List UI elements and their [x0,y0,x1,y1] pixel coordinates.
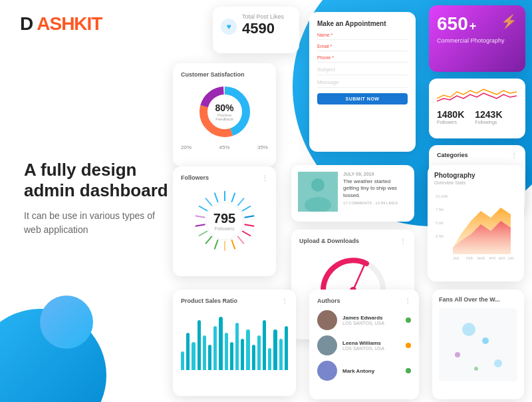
sales-title: Product Sales Ratio ⋮ [181,298,288,305]
author-info: Leena WilliamsLOS SANTOS, USA [342,340,384,351]
svg-line-11 [237,236,244,244]
svg-line-5 [231,193,235,202]
form-message: Message [317,79,408,88]
svg-point-43 [319,374,335,381]
bar-item [192,342,195,370]
donut-pct: 80% [209,102,239,113]
card-blog: JULY 09, 2019 The weather started gettin… [291,165,414,222]
svg-point-39 [319,323,335,330]
bar-item [219,317,222,370]
blog-meta: 17 COMMENTS · 13 84 LIKES [343,201,408,205]
speedometer [317,250,390,290]
bar-chart [181,310,288,370]
upload-title: Upload & Downloads ⋮ [299,238,406,245]
bar-item [203,335,206,370]
bar-item [263,320,266,370]
svg-line-9 [244,224,254,226]
donut-label: 80% Positive Feedback [209,102,239,121]
bg-small-circle [40,296,93,349]
bar-item [230,342,233,370]
wave-chart [437,85,517,105]
photo-title: Photography [434,172,517,179]
card-satisfaction: Customer Satisfaction 80% Positive Feedb… [173,63,276,166]
followings-stat: 1243K Followings [475,109,502,124]
author-status-dot [406,368,411,373]
logo-rest: ASHKIT [37,13,102,35]
author-info: James EdwardsLOS SANTOS, USA [342,315,384,325]
author-row: Leena WilliamsLOS SANTOS, USA [317,335,411,355]
svg-text:5.0K: 5.0K [436,221,444,225]
gauge-chart: 795 Followers [188,184,261,258]
svg-line-26 [353,265,364,290]
appt-title: Make an Appointment [317,20,408,27]
svg-point-24 [311,178,325,192]
bar-item [225,333,228,370]
svg-text:10.00K: 10.00K [436,194,448,198]
card-authors: Authors ⋮ James EdwardsLOS SANTOS, USALe… [309,290,419,399]
authors-list: James EdwardsLOS SANTOS, USALeena Willia… [317,310,411,381]
card-followers: Followers ⋮ [173,166,276,276]
author-row: James EdwardsLOS SANTOS, USA [317,310,411,330]
card-photography: Photography Overview Stats 10.00K 7. [428,165,524,282]
donut-chart: 80% Positive Feedback [195,82,255,142]
svg-line-20 [205,198,212,206]
author-avatar [317,310,337,330]
bar-item [198,320,201,370]
svg-line-21 [214,193,217,202]
bolt-icon: ⚡ [501,13,517,29]
author-status-dot [406,343,411,348]
fan-dot [494,359,502,367]
bar-item [268,348,271,370]
pct-3: 35% [257,144,268,150]
bar-item [186,333,190,370]
cat-title: Categories ⋮ [437,152,517,159]
submit-button[interactable]: SUBMIT NOW [317,93,408,104]
blog-content: JULY 09, 2019 The weather started gettin… [343,172,408,215]
blog-image [298,172,338,212]
author-row: Mark Antony [317,361,411,381]
bar-item [181,351,184,370]
logo-d: D [20,13,33,35]
fans-map [439,308,517,381]
card-stats: 650 + Commercial Photography ⚡ [429,5,525,72]
svg-point-38 [323,313,332,322]
svg-line-18 [195,216,205,218]
svg-line-8 [244,216,254,218]
header: DASHKIT [20,13,102,35]
donut-sub: Positive Feedback [209,113,239,121]
bar-item [273,329,277,370]
fan-dot [474,367,478,371]
svg-line-19 [199,206,207,212]
svg-line-16 [199,231,207,236]
stats-desc: Commercial Photography [437,37,517,44]
satisfaction-title: Customer Satisfaction [181,71,268,78]
svg-line-17 [195,224,205,226]
svg-text:2.5K: 2.5K [436,234,444,238]
svg-point-41 [319,349,335,355]
pct-2: 45% [219,144,229,150]
social-numbers: 1480K Followers 1243K Followings [437,109,517,124]
form-subject: Subject [317,67,408,75]
svg-text:MAR: MAR [477,256,485,260]
svg-line-10 [241,231,250,236]
svg-text:APR: APR [489,256,496,260]
svg-point-40 [323,338,332,347]
fan-dot [462,323,475,336]
svg-text:7.5K: 7.5K [436,208,444,212]
bar-item [235,323,239,370]
bar-item [279,339,283,370]
svg-text:FEB: FEB [466,256,473,260]
authors-title: Authors ⋮ [317,298,411,305]
bar-item [246,329,249,370]
svg-line-12 [231,240,235,249]
photo-subtitle: Overview Stats [434,180,517,185]
svg-line-14 [214,240,217,249]
likes-value: 4590 [242,20,291,37]
cards-area: ♥ Total Post Likes 4590 Customer Satisfa… [173,0,532,402]
bar-item [257,335,261,370]
fan-dot [482,337,489,344]
author-avatar [317,335,337,355]
bar-item [213,326,217,370]
svg-point-42 [323,363,332,373]
svg-text:JAN: JAN [453,256,460,260]
